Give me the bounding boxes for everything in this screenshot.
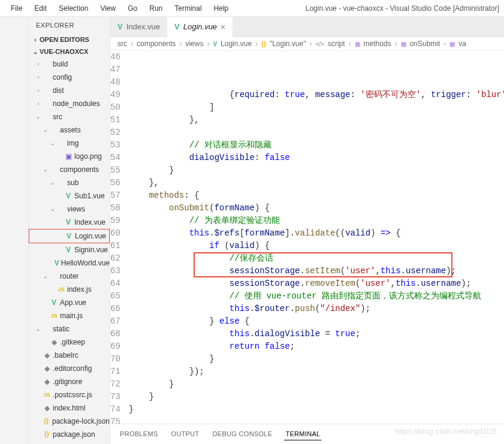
code-line[interactable] [129,126,504,139]
tree-item[interactable]: ›build [29,58,110,71]
tree-item[interactable]: ⌄router [29,270,110,283]
tree-item[interactable]: ◆.editorconfig [29,362,110,375]
breadcrumb-segment[interactable]: components [137,40,176,48]
tree-item[interactable]: ◆index.html [29,401,110,415]
menu-item-selection[interactable]: Selection [53,2,94,15]
menu-item-go[interactable]: Go [122,2,143,15]
panel-tab-debug-console[interactable]: DEBUG CONSOLE [212,428,274,440]
code-line[interactable]: // 为表单绑定验证功能 [129,215,504,227]
tree-item[interactable]: ⌄img [29,137,110,150]
tree-item[interactable]: VSub1.vue [29,189,110,203]
editor-tab[interactable]: VLogin.vue× [167,17,233,37]
code-line[interactable]: } [129,391,504,403]
tree-item[interactable]: ⌄sub [29,176,110,189]
menu-item-run[interactable]: Run [143,2,168,15]
code-line[interactable]: } [129,403,504,416]
breadcrumb-segment[interactable]: onSubmit [410,40,440,48]
tree-item[interactable]: VSignin.vue [29,243,110,256]
close-icon[interactable]: × [221,22,225,32]
tree-item[interactable]: ›node_modules [29,97,110,110]
tree-item[interactable]: JSindex.js [29,283,110,296]
menu-item-edit[interactable]: Edit [28,2,53,15]
tree-item[interactable]: ›config [29,71,110,84]
window-title: Login.vue - vue-chaoxcx - Visual Studio … [306,4,499,13]
tree-item-label: components [60,164,99,175]
panel-tab-terminal[interactable]: TERMINAL [284,428,321,440]
tree-item-label: App.vue [60,297,86,308]
tree-item[interactable]: ⌄views [29,203,110,216]
panel-tab-output[interactable]: OUTPUT [170,428,201,440]
tree-item[interactable]: ⌄components [29,163,110,176]
menu-item-view[interactable]: View [94,2,122,15]
breadcrumb-segment[interactable]: views [185,40,203,48]
tree-item[interactable]: ⌄static [29,322,110,336]
breadcrumb[interactable]: src›components›views›VLogin.vue›{}"Login… [110,37,504,51]
code-line[interactable]: //保存会话 [129,252,504,265]
tree-item[interactable]: ◆.babelrc [29,349,110,362]
tree-item[interactable]: {}package-lock.json [29,415,110,428]
tree-item-label: config [53,72,72,83]
code-line[interactable]: dialogVisible: false [129,152,504,164]
breadcrumb-segment[interactable]: Login.vue [221,40,252,48]
code-line[interactable]: return false; [129,340,504,353]
code-line[interactable]: }, [129,114,504,126]
tree-item[interactable]: VApp.vue [29,296,110,309]
tree-item[interactable]: JS.postcssrc.js [29,388,110,401]
code-line[interactable]: }, [129,177,504,189]
code-line[interactable]: ] [129,101,504,114]
explorer-title: EXPLORER [29,17,110,34]
tree-item-label: index.js [67,284,92,295]
code-line[interactable]: }); [129,366,504,378]
breadcrumb-segment[interactable]: script [328,40,345,48]
tree-item[interactable]: VLogin.vue [29,229,110,243]
tree-item[interactable]: ⌄assets [29,123,110,137]
code-line[interactable]: } [129,378,504,391]
tree-item[interactable]: VIndex.vue [29,216,110,229]
tree-item-label: Signin.vue [74,244,108,255]
code-line[interactable]: this.$router.push("/index"); [129,303,504,315]
panel-tab-problems[interactable]: PROBLEMS [119,428,159,440]
tree-item[interactable]: VHelloWorld.vue [29,256,110,270]
code-line[interactable]: } else { [129,315,504,328]
png-icon: ▣ [64,151,73,162]
tree-item[interactable]: {}package.json [29,428,110,441]
breadcrumb-segment[interactable]: methods [364,40,391,48]
code-line[interactable]: this.$refs[formName].validate((valid) =>… [129,227,504,240]
breadcrumb-icon: ▦ [449,41,455,47]
code-line[interactable]: sessionStorage.setItem('user',this.usern… [129,265,504,277]
tree-item[interactable]: ◆.gitignore [29,375,110,388]
code-line[interactable]: methods: { [129,189,504,202]
code-line[interactable] [129,416,504,424]
line-number: 52 [110,126,120,139]
code-line[interactable]: // 使用 vue-router 路由到指定页面，该方式称之为编程式导航 [129,290,504,303]
code-line[interactable]: } [129,164,504,177]
tree-item[interactable]: ⌄src [29,110,110,123]
editor-tab[interactable]: VIndex.vue [110,17,167,37]
code-line[interactable]: // 对话框显示和隐藏 [129,139,504,152]
menu-item-terminal[interactable]: Terminal [168,2,207,15]
breadcrumb-segment[interactable]: src [117,40,127,48]
tree-item[interactable]: ›dist [29,84,110,97]
code-line[interactable]: if (valid) { [129,240,504,252]
tree-item[interactable]: ◆.gitkeep [29,336,110,349]
code-line[interactable]: onSubmit(formName) { [129,202,504,215]
menubar: FileEditSelectionViewGoRunTerminalHelp L… [0,0,504,17]
breadcrumb-icon: ▦ [355,41,360,47]
menu-item-help[interactable]: Help [208,2,235,15]
tree-item-label: src [53,111,62,122]
tree-item[interactable]: JSmain.js [29,309,110,322]
code-line[interactable]: this.dialogVisible = true; [129,328,504,340]
project-header[interactable]: ⌄ VUE-CHAOXCX [29,46,110,58]
line-number: 50 [110,101,120,114]
code-line[interactable]: {required: true, message: '密码不可为空', trig… [129,89,504,101]
vue-icon: V [174,22,180,31]
menu-item-file[interactable]: File [5,2,28,15]
tree-item[interactable]: ▣logo.png [29,150,110,163]
breadcrumb-segment[interactable]: va [458,40,466,48]
breadcrumb-segment[interactable]: "Login.vue" [270,40,306,48]
code-editor[interactable]: 4647484950515253545556575859606162636465… [110,51,504,424]
code-line[interactable]: sessionStorage.removeItem('user',this.us… [129,277,504,290]
code-line[interactable]: } [129,353,504,366]
code-content[interactable]: {required: true, message: '密码不可为空', trig… [129,51,504,424]
open-editors-header[interactable]: › OPEN EDITORS [29,34,110,46]
